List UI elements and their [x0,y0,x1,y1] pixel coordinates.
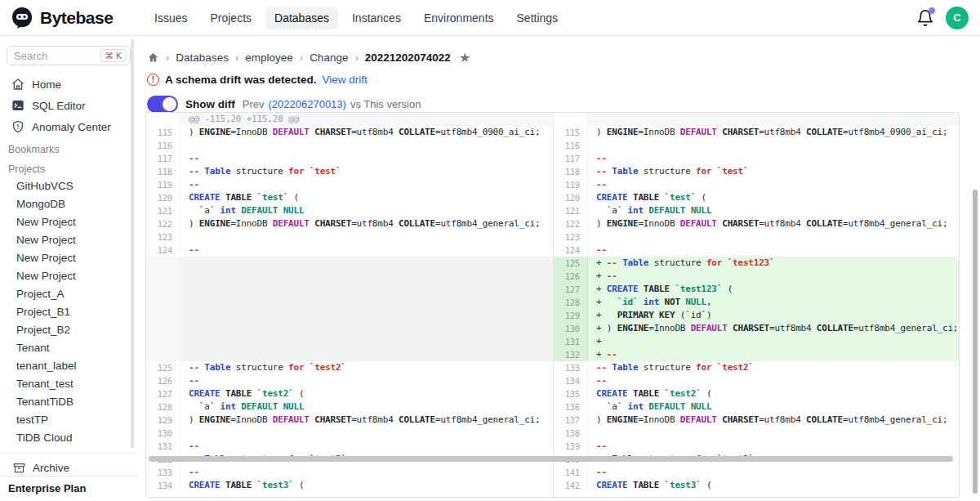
brand[interactable]: Bytebase [0,6,137,30]
line-code: ) ENGINE=InnoDB DEFAULT CHARSET=utf8mb4 … [588,414,959,427]
line-code: + [588,335,959,348]
page-scrollbar[interactable] [973,190,978,494]
prev-version-link[interactable]: (202206270013) [268,98,345,110]
diff-line [146,335,553,348]
sidebar-project-item[interactable]: Tenant [0,338,137,356]
breadcrumb-item[interactable]: Change [310,51,348,64]
sidebar-project-item[interactable]: Project_B1 [0,302,137,320]
diff-line: 121 `a` int DEFAULT NULL [554,204,959,217]
line-code: -- [588,178,959,191]
line-code: CREATE TABLE `test3` ( [180,479,553,492]
line-number: 130 [146,427,180,440]
nav-item-instances[interactable]: Instances [343,7,410,29]
line-number: 125 [554,257,588,270]
diff-line: 135CREATE TABLE `test2` ( [554,387,959,400]
vs-label: vs This version [350,98,421,110]
show-diff-toggle[interactable] [147,96,178,113]
diff-line: 130 [146,427,553,440]
drift-message: A schema drift was detected. [165,74,317,86]
line-number [554,113,588,126]
line-code [180,348,553,361]
sidebar-project-item[interactable]: New Project [0,248,137,266]
breadcrumb-item[interactable]: employee [245,51,293,64]
sidebar-item-label: Home [32,78,61,91]
line-number: 139 [554,440,588,453]
star-icon[interactable]: ★ [459,50,470,65]
diff-horizontal-scrollbar[interactable] [149,456,953,462]
diff-line: 124-- [554,244,959,257]
sidebar-item-label: Archive [33,462,69,474]
sidebar-scrollbar[interactable] [131,39,134,448]
sidebar-project-item[interactable]: TenantTiDB [0,392,137,410]
line-number: 119 [146,178,180,191]
sidebar-divider [0,453,137,454]
line-number: 123 [146,230,180,244]
sidebar-project-item[interactable]: New Project [0,266,137,284]
diff-line: 141-- [554,466,959,479]
diff-line: 116 [146,139,553,152]
line-code: `a` int DEFAULT NULL [588,204,959,217]
nav-item-databases[interactable]: Databases [265,7,338,29]
sidebar-project-item[interactable]: Project_A [0,284,137,302]
sidebar-project-item[interactable]: Tenant_test [0,374,137,392]
line-code: + -- [588,348,959,361]
line-code [180,283,553,296]
notifications-button[interactable] [916,9,934,27]
line-number: 117 [554,152,588,165]
home-icon [11,78,24,91]
nav-item-settings[interactable]: Settings [508,7,568,29]
diff-line: 133-- [146,466,553,479]
line-number: 124 [554,244,588,257]
line-code: -- [180,152,553,165]
line-code: -- [180,374,553,387]
line-code: CREATE TABLE `test2` ( [180,387,553,400]
line-code: -- [180,466,553,479]
sidebar-project-item[interactable]: GitHubVCS [0,177,137,195]
search-input[interactable]: Search ⌘ K [7,46,131,65]
sidebar-project-item[interactable]: MongoDB [0,195,137,212]
line-number [146,348,180,361]
line-number: 136 [554,400,588,414]
breadcrumb-item[interactable]: Databases [176,51,229,64]
sidebar-project-item[interactable]: tenant_label [0,356,137,374]
line-code: CREATE TABLE `test2` ( [588,387,959,400]
main-nav: IssuesProjectsDatabasesInstancesEnvironm… [145,7,567,29]
line-number: 124 [146,244,180,257]
sidebar-project-item[interactable]: TiDB Cloud [0,428,137,446]
sidebar-project-item[interactable]: New Project [0,230,137,248]
sidebar-item-sql-editor[interactable]: SQL Editor [0,95,137,116]
diff-line: 129+ PRIMARY KEY (`id`) [554,309,959,322]
line-number: 129 [146,414,180,427]
line-number: 128 [554,296,588,309]
sidebar-item-home[interactable]: Home [0,74,137,95]
chevron-right-icon: › [235,51,238,64]
line-code: + `id` int NOT NULL, [588,296,959,309]
diff-line: 126-- [146,374,553,387]
diff-line: 134-- [554,374,959,387]
avatar[interactable]: C [946,7,969,29]
line-number: 121 [554,204,588,217]
line-code: -- Table structure for `test` [180,165,553,178]
sidebar-item-anomaly-center[interactable]: Anomaly Center [0,116,137,137]
line-code: -- [180,244,553,257]
nav-item-projects[interactable]: Projects [201,7,261,29]
nav-item-environments[interactable]: Environments [415,7,503,29]
line-code: -- [588,466,959,479]
breadcrumb-item[interactable]: 20221202074022 [365,51,451,64]
line-number: 125 [146,361,180,374]
breadcrumb-home-icon[interactable] [147,51,159,64]
line-number: 123 [554,230,588,244]
line-number [146,257,180,270]
diff-line: 117-- [554,152,959,165]
diff-line: 128+ `id` int NOT NULL, [554,296,959,309]
sidebar-project-item[interactable]: New Project [0,212,137,230]
diff-line: 118-- Table structure for `test` [554,165,959,178]
line-number: 142 [554,479,588,492]
diff-line: 123 [554,230,959,244]
diff-line [146,283,553,296]
nav-item-issues[interactable]: Issues [145,7,196,29]
sidebar-project-item[interactable]: testTP [0,410,137,428]
diff-line: 127+ CREATE TABLE `test123` ( [554,283,959,296]
sidebar-project-item[interactable]: Project_B2 [0,320,137,338]
view-drift-link[interactable]: View drift [323,74,368,86]
